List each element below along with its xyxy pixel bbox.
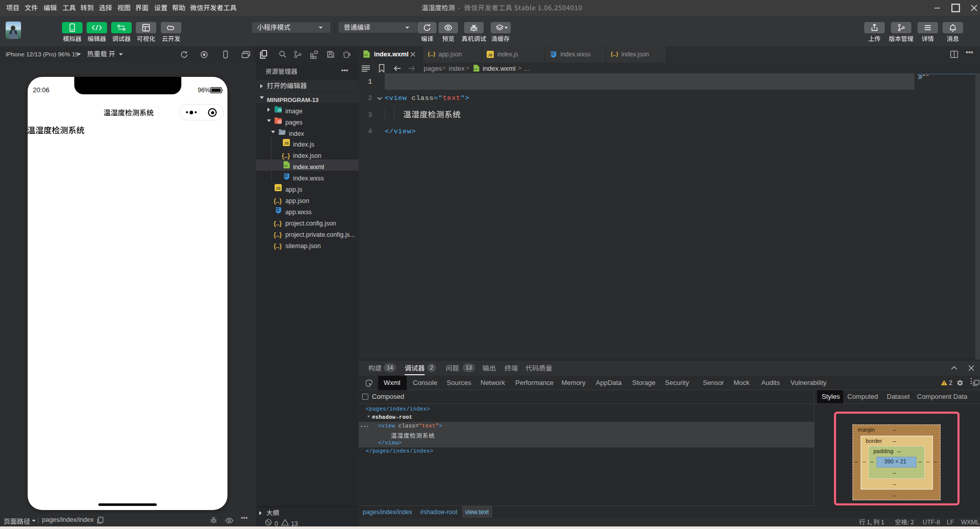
svg-text:JS: JS <box>284 141 288 146</box>
svg-text:JS: JS <box>488 53 493 57</box>
svg-text:JS: JS <box>276 186 280 191</box>
